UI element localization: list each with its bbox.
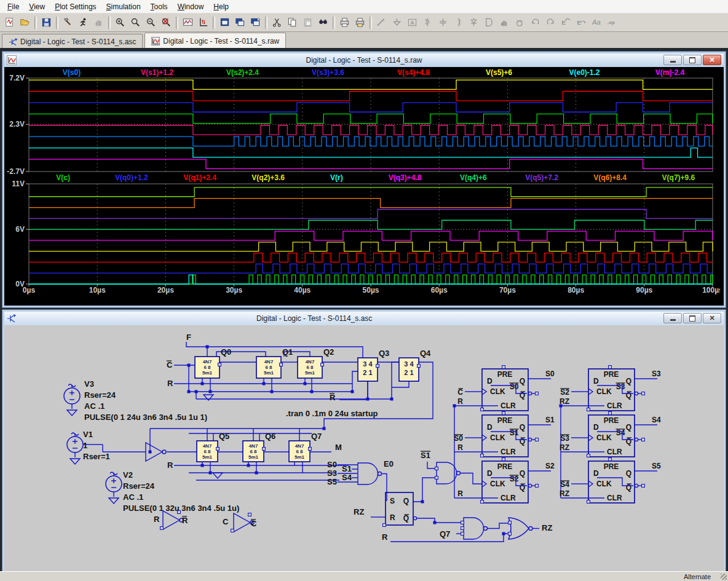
trace-label[interactable]: V(s0) [63, 68, 81, 77]
sch-close-button[interactable]: ✕ [703, 313, 721, 323]
new-schematic-button[interactable] [2, 15, 17, 30]
chip-text: 4N7 [203, 359, 212, 365]
zoom-out-icon [146, 17, 156, 28]
find-button[interactable] [315, 15, 331, 30]
plot-settings-button[interactable] [180, 15, 196, 30]
tile-windows-button[interactable] [232, 15, 248, 30]
trace-label[interactable]: V(s2)+2.4 [226, 68, 259, 77]
trace-label[interactable]: V(s1)+1.2 [141, 68, 173, 77]
restore-button[interactable] [683, 55, 702, 65]
run-button[interactable] [76, 15, 91, 30]
print-button[interactable] [352, 15, 368, 30]
trace-V(s5)+6[interactable] [29, 80, 713, 89]
net-label-E0: E0 [384, 459, 394, 468]
chip-text: 6 8 [296, 449, 303, 454]
sch-minimize-button[interactable] [663, 313, 682, 323]
ff-clk-input: S2 [560, 388, 569, 397]
ff-q: Q [626, 469, 631, 478]
menu-item-tools[interactable]: Tools [146, 1, 173, 12]
zoom-out-button[interactable] [143, 15, 159, 30]
x-tick-label: 30µs [226, 286, 242, 294]
trace-V(s4)+4.8[interactable] [29, 91, 713, 100]
trace-label[interactable]: V(s4)+4.8 [397, 68, 430, 77]
menu-item-plot-settings[interactable]: Plot Settings [50, 1, 101, 12]
net-label-S1: S1 [342, 464, 352, 473]
mirror-icon: E [561, 17, 571, 28]
ff-qbar: Q [520, 483, 525, 492]
y-tick-label: 7.2V [9, 74, 25, 82]
tab-asc[interactable]: Digital - Logic - Test - S-0114_s.asc [2, 34, 143, 49]
diode-button [466, 15, 481, 30]
copy-button[interactable] [285, 15, 300, 30]
trace-label[interactable]: V(q1)+2.4 [183, 173, 216, 182]
tab-label: Digital - Logic - Test - S-0114_s.raw [163, 37, 279, 45]
mirror-button: E [558, 15, 574, 30]
zoom-extents-button[interactable] [159, 15, 174, 30]
menu-item-file[interactable]: File [2, 1, 24, 12]
ff-pre: PRE [604, 462, 619, 471]
undo-icon [530, 17, 540, 28]
close-button[interactable]: ✕ [703, 55, 721, 65]
chip-text: 4N7 [249, 443, 258, 449]
trace-label[interactable]: V(q7)+9.6 [662, 173, 695, 182]
resize-grip[interactable] [721, 574, 727, 580]
trace-label[interactable]: V(r) [330, 173, 343, 182]
waveform-window-titlebar[interactable]: Digital - Logic - Test - S-0114_s.raw ✕ [4, 53, 724, 68]
open-button[interactable] [17, 15, 33, 30]
net-label-R: R [167, 460, 173, 470]
ff-output-S5: S5 [652, 462, 661, 470]
ff-clk-input: C [457, 388, 463, 397]
ff-d: D [593, 469, 599, 478]
source-text-V3: PULSE(0 1 24u 3n6 3n4 .5u 1u 1) [84, 413, 207, 422]
menu-item-help[interactable]: Help [208, 1, 234, 12]
component-button [481, 15, 497, 30]
schematic-window-titlebar[interactable]: Digital - Logic - Test - S-0114_s.asc ✕ [4, 312, 724, 326]
cascade-windows-button[interactable] [217, 15, 232, 30]
sch-restore-button[interactable] [683, 313, 702, 323]
waveform-viewer[interactable]: 7.2V2.3V-2.7VV(s0)V(s1)+1.2V(s2)+2.4V(s3… [4, 67, 720, 302]
ff-d: D [593, 377, 599, 385]
minimize-button[interactable] [663, 55, 682, 65]
print-preview-button[interactable] [337, 15, 352, 30]
toolbar-separator [370, 17, 372, 29]
ff-clr-input: RZ [560, 443, 569, 452]
ff-clk-input: S0 [454, 434, 463, 443]
trace-label[interactable]: V(c) [56, 173, 70, 182]
ff-qbar: Q [626, 483, 631, 492]
component-icon [484, 17, 494, 28]
schematic-canvas[interactable]: Q04N76 85m1Q14N76 85m1Q24N76 85m1Q33 42 … [4, 325, 720, 570]
trace-label[interactable]: V(q2)+3.6 [251, 173, 285, 182]
menu-item-view[interactable]: View [24, 1, 50, 12]
zoom-area-button[interactable] [113, 15, 128, 30]
trace-label[interactable]: V(s3)+3.6 [312, 68, 344, 77]
trace-label[interactable]: V(q6)+8.4 [593, 173, 627, 182]
zoom-back-button[interactable] [128, 15, 143, 30]
ff-pre: PRE [604, 370, 619, 379]
trace-label[interactable]: V(m)-2.4 [655, 68, 685, 77]
autorange-button[interactable] [196, 15, 211, 30]
trace-label[interactable]: V(q3)+4.8 [389, 173, 422, 182]
trace-label[interactable]: V(q4)+6 [460, 173, 487, 182]
ff-clk: CLK [490, 387, 505, 396]
rotate-button: E [574, 15, 589, 30]
ff-q: Q [520, 377, 525, 385]
menu-item-window[interactable]: Window [173, 1, 209, 12]
chip-text: 5m1 [295, 454, 305, 460]
tab-raw[interactable]: Digital - Logic - Test - S-0114_s.raw [144, 33, 286, 49]
ff-pre: PRE [497, 416, 513, 425]
save-button[interactable] [39, 15, 54, 30]
tile-windows-vert-button[interactable] [248, 15, 263, 30]
trace-label[interactable]: V(q5)+7.2 [525, 173, 558, 182]
resistor-button [420, 15, 435, 30]
control-panel-button[interactable] [60, 15, 76, 30]
menu-item-simulation[interactable]: Simulation [101, 1, 146, 12]
chip-text: 4N7 [306, 359, 315, 365]
trace-label[interactable]: V(e0)-1.2 [569, 68, 599, 77]
trace-label[interactable]: V(s5)+6 [486, 68, 512, 77]
ff-internal: S2 [510, 475, 519, 483]
trace-label[interactable]: V(q0)+1.2 [115, 173, 148, 182]
net-label-R: R [182, 516, 188, 525]
inductor-icon [453, 17, 464, 28]
net-label-F: F [186, 333, 191, 342]
cut-button[interactable] [269, 15, 285, 30]
